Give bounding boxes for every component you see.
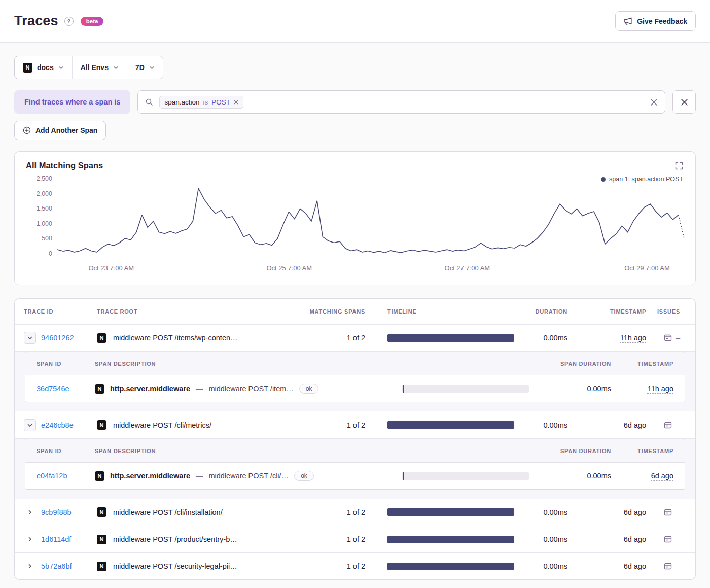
trace-id-link[interactable]: e246cb8e xyxy=(41,421,74,429)
spans-chart-svg xyxy=(57,178,684,260)
span-row[interactable]: 36d7546e N http.server.middleware — midd… xyxy=(25,375,685,402)
date-range-selector[interactable]: 7D xyxy=(127,56,163,79)
span-timeline-track xyxy=(402,472,529,480)
environment-selector-label: All Envs xyxy=(81,63,109,72)
timestamp-value[interactable]: 11h ago xyxy=(620,334,646,342)
add-another-span-label: Add Another Span xyxy=(36,126,97,134)
chevron-down-icon xyxy=(149,65,155,71)
trace-root-label: middleware POST /items/wp-conten… xyxy=(113,334,238,342)
col-duration: DURATION xyxy=(527,308,567,315)
matching-spans-count: 1 of 2 xyxy=(289,421,370,429)
spans-line-chart[interactable]: span 1: span.action:POST xyxy=(57,178,684,260)
issues-icon[interactable] xyxy=(664,562,672,570)
timestamp-value[interactable]: 6d ago xyxy=(624,535,646,543)
trace-id-link[interactable]: 1d6114df xyxy=(41,535,71,543)
span-op-label: http.server.middleware xyxy=(110,472,190,480)
span-timestamp-value[interactable]: 6d ago xyxy=(651,472,673,480)
duration-value: 0.00ms xyxy=(527,535,567,543)
issues-icon[interactable] xyxy=(664,421,672,429)
remove-token-icon[interactable] xyxy=(234,100,238,105)
trace-root-label: middleware POST /security-legal-pii… xyxy=(113,562,237,570)
spans-table-header: SPAN ID SPAN DESCRIPTION SPAN DURATION T… xyxy=(25,352,685,375)
span-search-input[interactable]: span.action is POST xyxy=(137,90,665,114)
timeline-bar xyxy=(387,334,514,342)
timeline-bar xyxy=(387,563,514,570)
give-feedback-button[interactable]: Give Feedback xyxy=(615,11,696,31)
nextjs-platform-icon: N xyxy=(95,384,104,394)
chart-title: All Matching Spans xyxy=(26,161,103,170)
nextjs-platform-icon: N xyxy=(97,507,106,517)
search-filter-token[interactable]: span.action is POST xyxy=(159,96,243,109)
issues-icon[interactable] xyxy=(664,334,672,342)
trace-root-label: middleware POST /cli/installation/ xyxy=(113,508,223,516)
timestamp-value[interactable]: 6d ago xyxy=(624,421,646,429)
col-issues: ISSUES xyxy=(646,308,695,315)
token-operator: is xyxy=(203,98,208,106)
issues-empty-dash: – xyxy=(676,334,680,342)
clear-search-icon[interactable] xyxy=(650,98,658,106)
nextjs-platform-icon: N xyxy=(97,535,106,544)
col-span-duration: SPAN DURATION xyxy=(535,361,611,367)
issues-icon[interactable] xyxy=(664,508,672,516)
col-matching-spans: MATCHING SPANS xyxy=(289,308,370,315)
matching-spans-count: 1 of 2 xyxy=(289,535,370,543)
trace-id-link[interactable]: 5b72a6bf xyxy=(41,562,72,570)
span-id-link[interactable]: 36d7546e xyxy=(37,385,69,393)
trace-id-link[interactable]: 9cb9f88b xyxy=(41,508,72,516)
trace-root-label: middleware POST /cli/metrics/ xyxy=(113,421,211,429)
beta-badge: beta xyxy=(81,17,104,26)
project-selector[interactable]: N docs xyxy=(15,56,72,79)
give-feedback-label: Give Feedback xyxy=(637,17,687,25)
col-span-timestamp: TIMESTAMP xyxy=(611,448,685,454)
trace-row[interactable]: 94601262 N middleware POST /items/wp-con… xyxy=(15,324,695,351)
span-id-link[interactable]: e04fa12b xyxy=(37,472,67,480)
col-span-id: SPAN ID xyxy=(25,361,95,367)
duration-value: 0.00ms xyxy=(527,334,567,342)
traces-table: TRACE ID TRACE ROOT MATCHING SPANS TIMEL… xyxy=(14,298,696,580)
issues-icon[interactable] xyxy=(664,535,672,543)
timestamp-value[interactable]: 6d ago xyxy=(624,562,646,570)
span-timestamp-value[interactable]: 11h ago xyxy=(648,385,673,393)
timestamp-value[interactable]: 6d ago xyxy=(624,508,646,516)
span-duration-value: 0.00ms xyxy=(535,385,611,393)
find-traces-label[interactable]: Find traces where a span is xyxy=(14,90,130,114)
expand-trace-button[interactable] xyxy=(24,506,36,518)
col-span-id: SPAN ID xyxy=(25,448,95,454)
y-tick: 0 xyxy=(49,250,52,257)
all-matching-spans-panel: All Matching Spans 2,500 2,000 1,500 1,0… xyxy=(14,151,696,285)
y-tick: 500 xyxy=(42,235,52,242)
expand-trace-button[interactable] xyxy=(24,533,36,545)
col-trace-root: TRACE ROOT xyxy=(97,308,289,315)
help-icon[interactable]: ? xyxy=(64,17,74,26)
add-another-span-button[interactable]: Add Another Span xyxy=(14,121,106,140)
traces-table-header: TRACE ID TRACE ROOT MATCHING SPANS TIMEL… xyxy=(15,299,695,324)
span-description-label: middleware POST /cli/… xyxy=(208,472,289,480)
span-status-badge: ok xyxy=(299,384,319,394)
y-tick: 2,500 xyxy=(37,175,52,182)
span-description-label: middleware POST /item… xyxy=(208,385,293,393)
collapse-trace-button[interactable] xyxy=(24,419,36,431)
expand-trace-button[interactable] xyxy=(24,560,36,572)
y-tick: 1,500 xyxy=(37,205,52,212)
nextjs-platform-icon: N xyxy=(97,420,106,430)
legend-dot-icon xyxy=(601,177,606,182)
trace-row[interactable]: 1d6114df N middleware POST /product/sent… xyxy=(15,526,695,552)
trace-row[interactable]: 9cb9f88b N middleware POST /cli/installa… xyxy=(15,499,695,526)
separator-dash: — xyxy=(196,472,203,480)
plus-circle-icon xyxy=(23,126,31,134)
fullscreen-icon[interactable] xyxy=(674,161,684,171)
span-timeline-track xyxy=(402,385,529,393)
trace-row[interactable]: e246cb8e N middleware POST /cli/metrics/… xyxy=(15,411,695,438)
col-span-description: SPAN DESCRIPTION xyxy=(95,448,393,454)
expanded-spans-section: SPAN ID SPAN DESCRIPTION SPAN DURATION T… xyxy=(15,438,695,499)
issues-empty-dash: – xyxy=(676,562,680,570)
span-row[interactable]: e04fa12b N http.server.middleware — midd… xyxy=(25,463,685,489)
trace-id-link[interactable]: 94601262 xyxy=(41,334,74,342)
x-tick: Oct 27 7:00 AM xyxy=(445,264,490,272)
col-timestamp: TIMESTAMP xyxy=(567,308,646,315)
environment-selector[interactable]: All Envs xyxy=(72,56,127,79)
collapse-trace-button[interactable] xyxy=(24,332,36,344)
span-op-label: http.server.middleware xyxy=(110,385,190,393)
trace-row[interactable]: 5b72a6bf N middleware POST /security-leg… xyxy=(15,552,695,579)
remove-span-query-button[interactable] xyxy=(672,90,696,114)
